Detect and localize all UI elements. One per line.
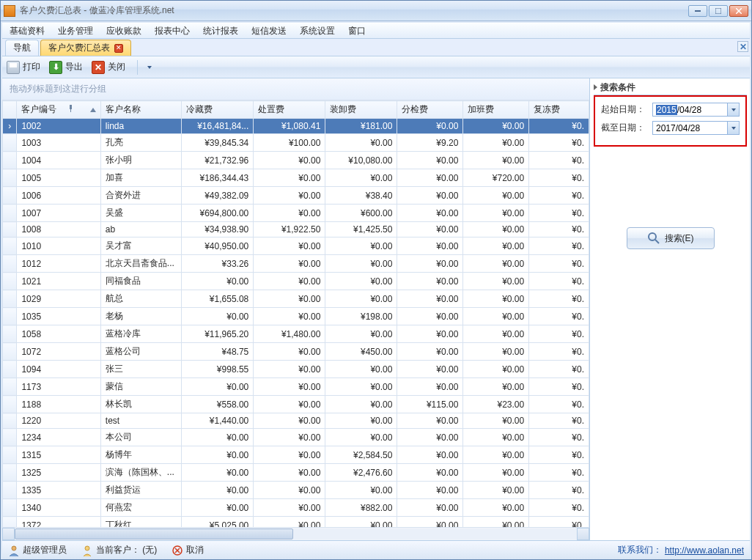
cell-c6: ¥0. xyxy=(529,413,589,429)
cell-c5: ¥0.00 xyxy=(463,273,529,290)
horizontal-scrollbar[interactable] xyxy=(2,527,589,540)
table-row[interactable]: 1021同福食品¥0.00¥0.00¥0.00¥0.00¥0.00¥0. xyxy=(3,273,589,290)
table-row[interactable]: 1058蓝格冷库¥11,965.20¥1,480.00¥0.00¥0.00¥0.… xyxy=(3,325,589,343)
close-button[interactable]: ✕关闭 xyxy=(92,61,125,74)
grid-panel: 拖动列标题到这进行分组 客户编号 客户名称 冷藏费 处置费 装卸费 xyxy=(2,78,590,540)
table-row[interactable]: 1335利益货运¥0.00¥0.00¥0.00¥0.00¥0.00¥0. xyxy=(3,482,589,499)
scroll-left-button[interactable] xyxy=(2,528,15,540)
col-refreeze-fee[interactable]: 复冻费 xyxy=(529,101,589,119)
table-row[interactable]: 1010吴才富¥40,950.00¥0.00¥0.00¥0.00¥0.00¥0. xyxy=(3,237,589,255)
table-row[interactable]: 1006合资外进¥49,382.09¥0.00¥38.40¥0.00¥0.00¥… xyxy=(3,187,589,205)
end-date-dropdown-icon[interactable] xyxy=(727,122,739,134)
col-customer-id[interactable]: 客户编号 xyxy=(17,101,100,119)
contact-link[interactable]: http://www.aolan.net xyxy=(665,545,744,556)
cell-c2: ¥0.00 xyxy=(254,413,325,429)
end-date-label: 截至日期： xyxy=(601,122,652,134)
table-row[interactable]: 1008ab¥34,938.90¥1,922.50¥1,425.50¥0.00¥… xyxy=(3,222,589,237)
tabstrip-close-button[interactable]: ✕ xyxy=(737,41,748,52)
menu-business[interactable]: 业务管理 xyxy=(58,25,93,37)
menu-report-center[interactable]: 报表中心 xyxy=(155,25,190,37)
pin-icon[interactable] xyxy=(68,105,73,112)
tab-close-icon[interactable]: ✕ xyxy=(114,44,123,53)
col-handling-fee[interactable]: 处置费 xyxy=(254,101,325,119)
tab-arrears-summary[interactable]: 客户欠费汇总表 ✕ xyxy=(40,40,131,56)
table-row[interactable]: 1003孔亮¥39,845.34¥100.00¥0.00¥9.20¥0.00¥0… xyxy=(3,134,589,152)
cell-id: 1188 xyxy=(17,396,100,413)
row-indicator xyxy=(3,290,17,308)
table-row[interactable]: 1072蓝格公司¥48.75¥0.00¥450.00¥0.00¥0.00¥0. xyxy=(3,343,589,361)
cell-c1: ¥186,344.43 xyxy=(182,169,254,187)
collapse-icon[interactable] xyxy=(594,84,597,90)
start-date-dropdown-icon[interactable] xyxy=(727,103,739,116)
menu-system[interactable]: 系统设置 xyxy=(300,25,335,37)
col-customer-name[interactable]: 客户名称 xyxy=(100,101,181,119)
end-date-row: 截至日期： 2017/04/28 xyxy=(601,121,740,135)
cell-c3: ¥0.00 xyxy=(325,325,397,343)
table-row[interactable]: 1005加喜¥186,344.43¥0.00¥0.00¥0.00¥720.00¥… xyxy=(3,169,589,187)
table-row[interactable]: 1007吴盛¥694,800.00¥0.00¥600.00¥0.00¥0.00¥… xyxy=(3,205,589,222)
scroll-right-button[interactable] xyxy=(577,528,589,540)
group-panel[interactable]: 拖动列标题到这进行分组 xyxy=(2,78,589,100)
maximize-button[interactable] xyxy=(709,5,728,17)
cell-c2: ¥0.00 xyxy=(254,378,325,396)
table-row[interactable]: ›1002linda¥16,481,84...¥1,080.41¥181.00¥… xyxy=(3,119,589,134)
cell-c5: ¥0.00 xyxy=(463,517,529,528)
menu-window[interactable]: 窗口 xyxy=(348,25,366,37)
table-row[interactable]: 1029航总¥1,655.08¥0.00¥0.00¥0.00¥0.00¥0. xyxy=(3,290,589,308)
table-row[interactable]: 1372丁秋红¥5,025.00¥0.00¥0.00¥0.00¥0.00¥0. xyxy=(3,517,589,528)
menu-receivables[interactable]: 应收账款 xyxy=(106,25,141,37)
cell-c5: ¥0.00 xyxy=(463,325,529,343)
table-row[interactable]: 1315杨博年¥0.00¥0.00¥2,584.50¥0.00¥0.00¥0. xyxy=(3,446,589,464)
scroll-thumb[interactable] xyxy=(15,528,293,539)
table-row[interactable]: 1340何燕宏¥0.00¥0.00¥882.00¥0.00¥0.00¥0. xyxy=(3,499,589,517)
cell-c4: ¥0.00 xyxy=(397,187,463,205)
start-date-year[interactable]: 2015 xyxy=(656,105,677,115)
table-row[interactable]: 1220test¥1,440.00¥0.00¥0.00¥0.00¥0.00¥0. xyxy=(3,413,589,429)
menu-stats[interactable]: 统计报表 xyxy=(203,25,238,37)
close-window-button[interactable] xyxy=(729,5,748,17)
toolbar-dropdown-icon[interactable] xyxy=(147,66,152,69)
col-load-fee[interactable]: 装卸费 xyxy=(325,101,397,119)
cell-c6: ¥0. xyxy=(529,169,589,187)
col-overtime-fee[interactable]: 加班费 xyxy=(463,101,529,119)
data-grid[interactable]: 客户编号 客户名称 冷藏费 处置费 装卸费 分检费 加班费 复冻费 ›1002l… xyxy=(2,100,589,527)
menu-basic-data[interactable]: 基础资料 xyxy=(10,25,45,37)
cell-c1: ¥16,481,84... xyxy=(182,119,254,134)
row-indicator xyxy=(3,429,17,446)
end-date-input[interactable]: 2017/04/28 xyxy=(652,121,740,135)
start-date-input[interactable]: 2015/04/28 xyxy=(652,103,740,117)
cell-c4: ¥0.00 xyxy=(397,290,463,308)
minimize-button[interactable] xyxy=(688,5,707,17)
cell-c4: ¥9.20 xyxy=(397,134,463,152)
print-button[interactable]: 打印 xyxy=(7,61,40,74)
col-cold-storage-fee[interactable]: 冷藏费 xyxy=(182,101,254,119)
cell-c6: ¥0. xyxy=(529,273,589,290)
statusbar: 超级管理员 当前客户： (无) 取消 联系我们： http://www.aola… xyxy=(2,540,750,559)
menu-sms[interactable]: 短信发送 xyxy=(251,25,287,37)
cell-c6: ¥0. xyxy=(529,464,589,482)
cell-name: 林长凯 xyxy=(100,396,181,413)
cell-id: 1002 xyxy=(17,119,100,134)
status-cancel[interactable]: 取消 xyxy=(172,544,204,556)
table-row[interactable]: 1012北京天昌斋食品...¥33.26¥0.00¥0.00¥0.00¥0.00… xyxy=(3,255,589,273)
cell-c5: ¥0.00 xyxy=(463,378,529,396)
tab-navigation[interactable]: 导航 xyxy=(5,40,39,56)
user-icon xyxy=(8,545,20,556)
cell-name: 航总 xyxy=(100,290,181,308)
col-indicator[interactable] xyxy=(3,101,17,119)
cell-name: 张小明 xyxy=(100,152,181,169)
table-row[interactable]: 1004张小明¥21,732.96¥0.00¥10,080.00¥0.00¥0.… xyxy=(3,152,589,169)
table-row[interactable]: 1173蒙信¥0.00¥0.00¥0.00¥0.00¥0.00¥0. xyxy=(3,378,589,396)
table-row[interactable]: 1094张三¥998.55¥0.00¥0.00¥0.00¥0.00¥0. xyxy=(3,361,589,378)
search-button[interactable]: 搜索(E) xyxy=(627,227,715,249)
cell-c1: ¥0.00 xyxy=(182,429,254,446)
cell-c4: ¥0.00 xyxy=(397,169,463,187)
table-row[interactable]: 1325滨海（陈国林、...¥0.00¥0.00¥2,476.60¥0.00¥0… xyxy=(3,464,589,482)
col-sort-fee[interactable]: 分检费 xyxy=(397,101,463,119)
cell-c3: ¥181.00 xyxy=(325,119,397,134)
table-row[interactable]: 1188林长凯¥558.00¥0.00¥0.00¥115.00¥23.00¥0. xyxy=(3,396,589,413)
table-row[interactable]: 1234本公司¥0.00¥0.00¥0.00¥0.00¥0.00¥0. xyxy=(3,429,589,446)
cell-id: 1325 xyxy=(17,464,100,482)
export-button[interactable]: ⬇导出 xyxy=(49,61,83,74)
table-row[interactable]: 1035老杨¥0.00¥0.00¥198.00¥0.00¥0.00¥0. xyxy=(3,308,589,325)
